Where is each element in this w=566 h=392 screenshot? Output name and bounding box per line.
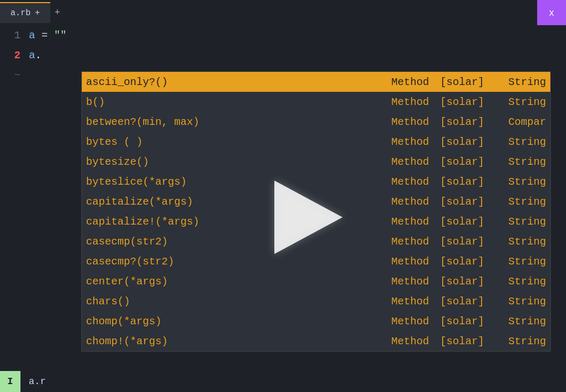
ac-type: Method: [381, 295, 433, 308]
ac-type: Method: [381, 196, 433, 208]
ac-method-name: capitalize(*args): [86, 196, 381, 208]
ac-method-name: b(): [86, 96, 381, 108]
autocomplete-dropdown[interactable]: ascii_only?() Method [solar] String b() …: [81, 71, 551, 352]
ac-method-name: bytesize(): [86, 156, 381, 168]
ac-source: [solar]: [433, 116, 488, 128]
ac-type: Method: [381, 136, 433, 148]
ac-source: [solar]: [433, 216, 488, 228]
ac-type: Method: [381, 276, 433, 288]
ac-class: String: [488, 196, 546, 208]
ac-source: [solar]: [433, 295, 488, 308]
ac-source: [solar]: [433, 315, 488, 327]
ac-item-chars[interactable]: chars() Method [solar] String: [82, 291, 550, 311]
file-tab[interactable]: a.rb +: [0, 2, 50, 23]
line-content-2: a.: [29, 49, 41, 61]
ac-class: String: [488, 236, 546, 248]
ac-source: [solar]: [433, 256, 488, 268]
tab-modified: +: [35, 8, 40, 18]
status-bar: I a.r: [0, 371, 566, 392]
new-tab-button[interactable]: +: [50, 7, 65, 18]
ac-class: String: [488, 295, 546, 308]
close-button[interactable]: x: [537, 0, 566, 25]
ac-type: Method: [381, 156, 433, 168]
code-line-1: 1 a = "": [0, 29, 566, 49]
ac-method-name: chomp(*args): [86, 315, 381, 327]
ac-class: String: [488, 76, 546, 88]
ac-source: [solar]: [433, 176, 488, 188]
vim-mode-indicator: I: [0, 371, 20, 392]
ac-method-name: casecmp?(str2): [86, 256, 381, 268]
ac-item-byteslice[interactable]: byteslice(*args) Method [solar] String: [82, 172, 550, 192]
line-content-1: a = "": [29, 29, 67, 41]
ac-method-name: capitalize!(*args): [86, 216, 381, 228]
ac-item-between[interactable]: between?(min, max) Method [solar] Compar: [82, 112, 550, 132]
ac-item-capitalize[interactable]: capitalize(*args) Method [solar] String: [82, 192, 550, 211]
ac-method-name: chomp!(*args): [86, 335, 381, 347]
line-number-2: 2: [0, 49, 29, 61]
ac-method-name: ascii_only?(): [86, 76, 381, 88]
ac-type: Method: [381, 116, 433, 128]
status-file: a.r: [20, 376, 46, 387]
ac-source: [solar]: [433, 196, 488, 208]
ac-type: Method: [381, 96, 433, 108]
tab-filename: a.rb: [10, 8, 30, 18]
ac-source: [solar]: [433, 156, 488, 168]
ac-class: String: [488, 276, 546, 288]
code-line-2: 2 a.: [0, 49, 566, 69]
ac-item-chomp-bang[interactable]: chomp!(*args) Method [solar] String: [82, 331, 550, 351]
ac-type: Method: [381, 176, 433, 188]
ac-item-chomp[interactable]: chomp(*args) Method [solar] String: [82, 311, 550, 331]
ac-method-name: casecmp(str2): [86, 236, 381, 248]
ac-method-name: bytes ( ): [86, 136, 381, 148]
ac-type: Method: [381, 335, 433, 347]
ac-method-name: chars(): [86, 295, 381, 308]
ac-class: Compar: [488, 116, 546, 128]
ac-source: [solar]: [433, 335, 488, 347]
ac-item-bytesize[interactable]: bytesize() Method [solar] String: [82, 152, 550, 172]
ac-type: Method: [381, 76, 433, 88]
ac-source: [solar]: [433, 76, 488, 88]
ac-item-center[interactable]: center(*args) Method [solar] String: [82, 271, 550, 291]
ac-class: String: [488, 156, 546, 168]
ac-item-capitalize-bang[interactable]: capitalize!(*args) Method [solar] String: [82, 211, 550, 231]
ac-type: Method: [381, 216, 433, 228]
ac-item-bytes[interactable]: bytes ( ) Method [solar] String: [82, 132, 550, 152]
ac-class: String: [488, 216, 546, 228]
editor-area: 1 a = "" 2 a. ~ ascii_only?() Method [so…: [0, 25, 566, 392]
ac-source: [solar]: [433, 96, 488, 108]
ac-type: Method: [381, 236, 433, 248]
ac-item-casecmp[interactable]: casecmp(str2) Method [solar] String: [82, 231, 550, 251]
ac-item-casecmp-q[interactable]: casecmp?(str2) Method [solar] String: [82, 251, 550, 271]
ac-class: String: [488, 256, 546, 268]
ac-class: String: [488, 96, 546, 108]
ac-class: String: [488, 136, 546, 148]
ac-class: String: [488, 315, 546, 327]
ac-class: String: [488, 176, 546, 188]
ac-type: Method: [381, 315, 433, 327]
ac-source: [solar]: [433, 136, 488, 148]
ac-item-b[interactable]: b() Method [solar] String: [82, 92, 550, 112]
ac-source: [solar]: [433, 236, 488, 248]
line-number-1: 1: [0, 29, 29, 41]
ac-method-name: center(*args): [86, 276, 381, 288]
ac-type: Method: [381, 256, 433, 268]
ac-item-ascii-only[interactable]: ascii_only?() Method [solar] String: [82, 72, 550, 92]
ac-method-name: byteslice(*args): [86, 176, 381, 188]
title-bar: a.rb + + x: [0, 0, 566, 25]
ac-class: String: [488, 335, 546, 347]
ac-source: [solar]: [433, 276, 488, 288]
ac-method-name: between?(min, max): [86, 116, 381, 128]
